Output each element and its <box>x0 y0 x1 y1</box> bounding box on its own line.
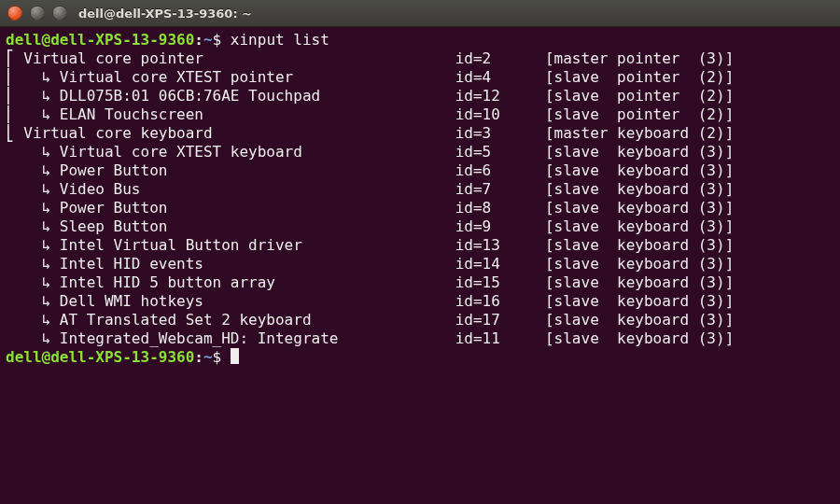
device-row: ↳ Integrated_Webcam_HD: Integrate id=11 … <box>6 329 834 348</box>
prompt-colon: : <box>194 31 203 49</box>
command-text: xinput list <box>231 31 329 49</box>
device-row: ↳ Virtual core XTEST keyboard id=5 [slav… <box>6 143 834 161</box>
prompt-user: dell <box>6 348 42 366</box>
prompt-idle[interactable]: dell@dell-XPS-13-9360:~$ <box>6 348 834 367</box>
device-row: ↳ Intel HID events id=14 [slave keyboard… <box>6 255 834 273</box>
device-row: ↳ Intel Virtual Button driver id=13 [sla… <box>6 236 834 255</box>
terminal-viewport[interactable]: dell@dell-XPS-13-9360:~$ xinput list⎡ Vi… <box>0 27 840 504</box>
device-group-header: ⎡ Virtual core pointer id=2 [master poin… <box>6 49 834 68</box>
command-line: dell@dell-XPS-13-9360:~$ xinput list <box>6 31 834 49</box>
close-icon[interactable] <box>7 6 22 21</box>
device-row: ↳ AT Translated Set 2 keyboard id=17 [sl… <box>6 311 834 329</box>
device-row: ↳ Video Bus id=7 [slave keyboard (3)] <box>6 180 834 199</box>
device-group-header: ⎣ Virtual core keyboard id=3 [master key… <box>6 124 834 143</box>
prompt-colon: : <box>194 348 203 366</box>
device-row: ↳ Dell WMI hotkeys id=16 [slave keyboard… <box>6 292 834 311</box>
prompt-user: dell <box>6 31 42 49</box>
device-row: ↳ Intel HID 5 button array id=15 [slave … <box>6 273 834 292</box>
device-row: ↳ Power Button id=8 [slave keyboard (3)] <box>6 199 834 217</box>
prompt-symbol: $ <box>213 31 231 49</box>
prompt-host: @dell-XPS-13-9360 <box>42 348 195 366</box>
cursor-icon <box>231 348 239 364</box>
prompt-host: @dell-XPS-13-9360 <box>42 31 195 49</box>
terminal-window: dell@dell-XPS-13-9360: ~ dell@dell-XPS-1… <box>0 0 840 504</box>
device-row: ↳ Sleep Button id=9 [slave keyboard (3)] <box>6 217 834 236</box>
minimize-icon[interactable] <box>30 6 45 21</box>
device-row: ⎜ ↳ ELAN Touchscreen id=10 [slave pointe… <box>6 105 834 124</box>
device-row: ⎜ ↳ Virtual core XTEST pointer id=4 [sla… <box>6 68 834 87</box>
device-row: ↳ Power Button id=6 [slave keyboard (3)] <box>6 161 834 180</box>
maximize-icon[interactable] <box>52 6 67 21</box>
window-title: dell@dell-XPS-13-9360: ~ <box>78 7 252 21</box>
prompt-symbol: $ <box>213 348 231 366</box>
prompt-path: ~ <box>203 31 213 49</box>
prompt-path: ~ <box>203 348 213 366</box>
titlebar[interactable]: dell@dell-XPS-13-9360: ~ <box>0 0 840 27</box>
device-row: ⎜ ↳ DLL075B:01 06CB:76AE Touchpad id=12 … <box>6 87 834 105</box>
